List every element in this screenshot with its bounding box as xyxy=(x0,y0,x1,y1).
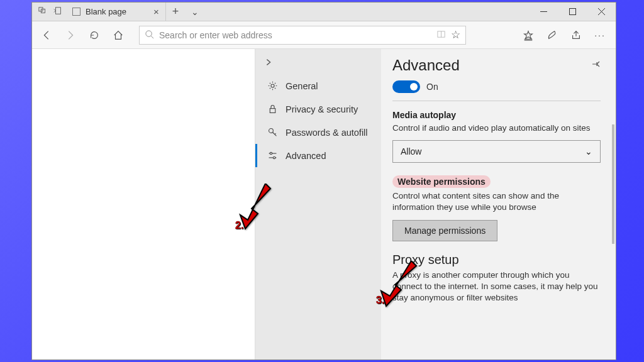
tab-chevron-icon[interactable]: ⌄ xyxy=(185,7,205,17)
settings-panel: General Privacy & security Passwords & a… xyxy=(255,49,616,359)
toggle-row: On xyxy=(392,78,601,98)
nav-item-general[interactable]: General xyxy=(255,74,381,97)
toggle-label: On xyxy=(426,82,438,92)
svg-point-7 xyxy=(146,30,152,36)
permissions-desc: Control what content sites can show and … xyxy=(392,190,601,213)
address-bar[interactable]: Search or enter web address ☆ xyxy=(139,26,466,45)
more-icon[interactable]: ··· xyxy=(589,26,611,45)
sliders-icon xyxy=(267,150,278,161)
svg-line-8 xyxy=(151,36,153,38)
set-aside-icon[interactable] xyxy=(53,6,62,18)
tab-close-button[interactable]: × xyxy=(153,6,159,17)
titlebar-left-icons xyxy=(32,6,69,18)
website-permissions-section: Website permissions Control what content… xyxy=(392,175,601,241)
page-icon xyxy=(72,8,80,16)
toggle-switch[interactable] xyxy=(392,80,420,93)
settings-body: Advanced On Media autoplay Control if au… xyxy=(381,49,616,359)
settings-back-button[interactable] xyxy=(255,53,381,74)
proxy-section: Proxy setup A proxy is another computer … xyxy=(392,241,601,310)
close-button[interactable] xyxy=(587,3,616,21)
refresh-button[interactable] xyxy=(85,26,104,45)
home-button[interactable] xyxy=(109,26,128,45)
nav-item-privacy[interactable]: Privacy & security xyxy=(255,97,381,121)
search-icon xyxy=(145,30,154,41)
gear-icon xyxy=(267,80,278,91)
svg-point-18 xyxy=(270,152,272,154)
svg-rect-14 xyxy=(270,109,275,113)
address-placeholder: Search or enter web address xyxy=(159,30,272,40)
proxy-desc: A proxy is another computer through whic… xyxy=(392,270,601,304)
nav-label: General xyxy=(286,81,318,91)
svg-rect-2 xyxy=(56,7,61,14)
forward-button[interactable] xyxy=(61,26,80,45)
proxy-title: Proxy setup xyxy=(392,253,601,267)
media-title: Media autoplay xyxy=(392,110,601,120)
media-autoplay-select[interactable]: Allow ⌄ xyxy=(392,140,601,163)
navbar: Search or enter web address ☆ ··· xyxy=(32,21,616,49)
svg-point-15 xyxy=(269,129,274,133)
settings-heading: Advanced xyxy=(392,57,460,74)
chevron-down-icon: ⌄ xyxy=(585,146,592,156)
favorites-hub-icon[interactable] xyxy=(518,26,539,45)
svg-point-19 xyxy=(273,156,275,158)
key-icon xyxy=(267,127,278,138)
tab-title: Blank page xyxy=(86,7,126,16)
scrollbar[interactable] xyxy=(612,124,614,244)
lock-icon xyxy=(267,104,278,114)
window-controls xyxy=(529,3,616,21)
nav-item-advanced[interactable]: Advanced xyxy=(255,144,381,167)
select-value: Allow xyxy=(401,146,421,156)
tab-blank-page[interactable]: Blank page × xyxy=(69,3,166,21)
maximize-button[interactable] xyxy=(558,3,587,21)
svg-point-13 xyxy=(271,84,274,87)
titlebar: Blank page × + ⌄ xyxy=(32,3,616,21)
content-area: General Privacy & security Passwords & a… xyxy=(32,49,616,359)
media-desc: Control if audio and video play automati… xyxy=(392,123,601,134)
settings-nav: General Privacy & security Passwords & a… xyxy=(255,49,381,359)
pin-icon[interactable] xyxy=(591,59,601,72)
manage-permissions-button[interactable]: Manage permissions xyxy=(392,220,497,241)
settings-header: Advanced xyxy=(392,57,601,74)
nav-label: Passwords & autofill xyxy=(286,128,368,138)
separator xyxy=(392,101,601,101)
minimize-button[interactable] xyxy=(529,3,558,21)
notes-icon[interactable] xyxy=(541,26,563,45)
new-tab-button[interactable]: + xyxy=(166,5,186,18)
tabs-overview-icon[interactable] xyxy=(38,6,47,18)
permissions-title: Website permissions xyxy=(392,175,601,188)
share-icon[interactable] xyxy=(565,26,587,45)
nav-label: Advanced xyxy=(286,151,326,161)
favorite-icon[interactable]: ☆ xyxy=(451,28,460,41)
nav-label: Privacy & security xyxy=(286,104,358,114)
back-button[interactable] xyxy=(37,26,56,45)
reading-view-icon[interactable] xyxy=(436,30,446,41)
nav-item-passwords[interactable]: Passwords & autofill xyxy=(255,121,381,144)
page-blank-area xyxy=(32,49,255,359)
media-autoplay-section: Media autoplay Control if audio and vide… xyxy=(392,110,601,175)
toolbar-right: ··· xyxy=(518,26,611,45)
svg-rect-4 xyxy=(569,9,575,15)
browser-window: Blank page × + ⌄ Search or enter web add… xyxy=(31,2,616,360)
